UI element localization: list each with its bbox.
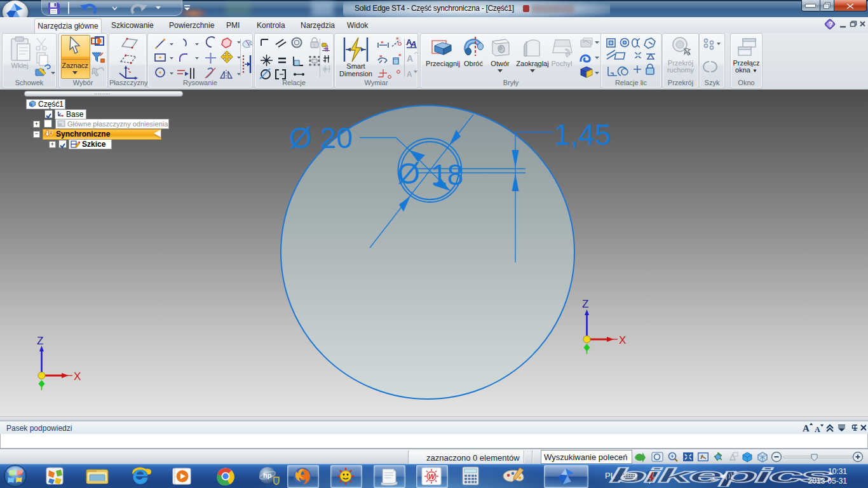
svg-text:Z: Z [582,298,588,310]
svg-text:X: X [74,370,81,383]
svg-text:×: × [381,39,384,45]
svg-text:A: A [815,425,820,433]
svg-text:W: W [428,473,436,480]
svg-text:Ø: Ø [397,157,420,190]
svg-text:T: T [313,43,316,48]
svg-text:×: × [396,36,399,41]
svg-text:18: 18 [431,158,463,191]
svg-text:Z: Z [37,335,43,347]
svg-text:?: ? [829,20,833,28]
svg-text:×: × [379,53,383,59]
svg-text:A: A [803,423,810,433]
svg-text:1,45: 1,45 [554,118,611,151]
svg-text:X: X [619,334,626,346]
svg-text:Ø 20: Ø 20 [289,121,353,154]
svg-text:×: × [398,52,402,58]
svg-text:A: A [407,70,412,79]
svg-text:hp: hp [263,471,272,479]
svg-text:A: A [407,53,413,64]
